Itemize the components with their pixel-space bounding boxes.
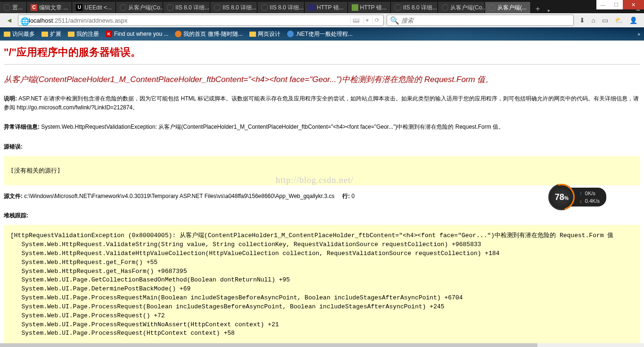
exception-label: 异常详细信息:	[4, 124, 41, 130]
tab-label: 从客户端(Co...	[450, 4, 485, 12]
tab-label: 从客户端(...	[497, 4, 527, 12]
page-viewport[interactable]: "/"应用程序中的服务器错误。 从客户端(ContentPlaceHolder1…	[0, 41, 644, 343]
kaspersky-icon: K	[106, 31, 112, 37]
tab-http-err-2[interactable]: HTTP 错...	[348, 2, 391, 13]
upload-arrow-icon: ↑	[579, 190, 582, 196]
back-button[interactable]: ◄	[4, 15, 15, 26]
scrollbar-thumb[interactable]	[0, 343, 537, 347]
bookmark-bar: 访问最多 扩展 我的注册 KFind out where you ... 我的首…	[0, 27, 644, 41]
weather-icon[interactable]: ⛅	[615, 17, 623, 24]
tab-list-dropdown[interactable]: ▾	[545, 8, 553, 13]
exception-row: 异常详细信息: System.Web.HttpRequestValidation…	[4, 123, 640, 132]
bookmark-webdesign[interactable]: 网页设计	[249, 30, 281, 38]
folder-icon	[41, 32, 48, 37]
search-input[interactable]	[401, 17, 570, 24]
exception-text: System.Web.HttpRequestValidationExceptio…	[41, 124, 504, 130]
speed-panel: ↑0K/s ↓0.4K/s	[570, 188, 606, 207]
source-file-label: 源文件:	[4, 193, 24, 199]
tab-ueedit[interactable]: UUEEdit <...	[72, 2, 116, 13]
tab-edit-article[interactable]: C编辑文章 ...	[27, 2, 72, 13]
globe-icon	[287, 31, 294, 37]
tab-settings[interactable]: 置...	[0, 2, 27, 13]
tab-label: HTTP 错...	[360, 4, 387, 12]
download-arrow-icon: ↓	[579, 198, 582, 204]
tab-label: IIS 8.0 详细...	[223, 4, 256, 12]
tab-label: 从客户端(Co...	[128, 4, 163, 12]
download-icon[interactable]: ⬇	[579, 17, 585, 24]
weibo-icon	[175, 31, 182, 37]
tab-label: IIS 8.0 详细...	[403, 4, 437, 12]
maximize-button[interactable]: ☐	[610, 0, 623, 9]
window-controls: — ☐ ✕	[596, 0, 644, 9]
tab-label: 置...	[12, 4, 23, 12]
tab-label: UEEdit <...	[84, 4, 112, 11]
upload-speed: 0K/s	[585, 190, 595, 196]
bookmark-weibo[interactable]: 我的首页 微博-随时随...	[175, 30, 242, 38]
line-label: 行:	[342, 193, 351, 199]
error-page: "/"应用程序中的服务器错误。 从客户端(ContentPlaceHolder1…	[0, 41, 644, 343]
bookmark-panel-icon[interactable]: ▭	[602, 17, 608, 24]
minimize-button[interactable]: —	[596, 0, 610, 9]
description-text: ASP.NET 在请求中检测到包含潜在危险的数据，因为它可能包括 HTML 标记…	[4, 95, 639, 111]
toolbar-icons: ⬇ ⌂ ▭ ⛅ 👤	[577, 17, 640, 24]
folder-icon	[4, 32, 10, 37]
close-button[interactable]: ✕	[623, 0, 644, 9]
source-file-text: c:\Windows\Microsoft.NET\Framework\v4.0.…	[24, 193, 334, 199]
bookmark-overflow-button[interactable]: »	[637, 32, 640, 37]
tab-bar: 置... C编辑文章 ... UUEEdit <... 从客户端(Co... I…	[0, 0, 644, 13]
line-text: 0	[351, 193, 355, 199]
stack-trace-label-row: 堆栈跟踪:	[4, 211, 640, 220]
reload-icon[interactable]: ⟳	[372, 17, 381, 24]
tab-iis-3[interactable]: IIS 8.0 详细...	[257, 2, 305, 13]
source-file-row: 源文件: c:\Windows\Microsoft.NET\Framework\…	[4, 192, 640, 201]
source-error-label: 源错误:	[4, 143, 23, 150]
tab-label: 编辑文章 ...	[39, 4, 68, 12]
error-title: "/"应用程序中的服务器错误。	[4, 45, 640, 59]
bookmark-dotnet[interactable]: .NET使用一般处理程...	[287, 30, 353, 38]
description-row: 说明: ASP.NET 在请求中检测到包含潜在危险的数据，因为它可能包括 HTM…	[4, 94, 640, 112]
tab-iis-1[interactable]: IIS 8.0 详细...	[163, 2, 210, 13]
search-icon: 🔍	[390, 16, 399, 25]
horizontal-scrollbar[interactable]	[0, 343, 644, 347]
description-label: 说明:	[4, 95, 18, 102]
tab-iis-4[interactable]: IIS 8.0 详细...	[391, 2, 438, 13]
url-text: localhost:2511/admin/addnews.aspx	[29, 17, 348, 24]
new-tab-button[interactable]: +	[531, 5, 545, 13]
bookmark-my-register[interactable]: 我的注册	[68, 30, 99, 38]
folder-icon	[68, 32, 74, 37]
stack-trace-box: [HttpRequestValidationException (0x80004…	[4, 225, 640, 343]
address-bar-row: ◄ 🌐 localhost:2511/admin/addnews.aspx 📖 …	[0, 13, 644, 27]
bookmark-find-out[interactable]: KFind out where you ...	[106, 31, 168, 37]
url-input[interactable]: 🌐 localhost:2511/admin/addnews.aspx 📖 ▾ …	[18, 15, 384, 26]
stack-trace-label: 堆栈跟踪:	[4, 212, 28, 219]
folder-icon	[249, 32, 256, 37]
tab-http-err-1[interactable]: HTTP 错...	[305, 2, 347, 13]
bookmark-extensions[interactable]: 扩展	[41, 30, 61, 38]
source-error-label-row: 源错误:	[4, 142, 640, 151]
bookmark-most-visited[interactable]: 访问最多	[4, 30, 35, 38]
profile-icon[interactable]: 👤	[629, 17, 637, 24]
tab-label: IIS 8.0 详细...	[175, 4, 209, 12]
tab-label: IIS 8.0 详细...	[270, 4, 304, 12]
tab-client-active[interactable]: 从客户端(...	[485, 2, 531, 13]
source-error-box: [没有相关的源行]	[4, 156, 640, 185]
reader-mode-icon[interactable]: 📖	[350, 17, 362, 24]
download-speed: 0.4K/s	[585, 198, 600, 204]
network-speed-widget[interactable]: 78% ↑0K/s ↓0.4K/s	[548, 184, 606, 210]
tab-client-2[interactable]: 从客户端(Co...	[438, 2, 485, 13]
speed-gauge: 78%	[548, 184, 575, 210]
site-identity-icon[interactable]: 🌐	[20, 17, 27, 24]
error-subtitle: 从客户端(ContentPlaceHolder1_M_ContentPlaceH…	[4, 74, 640, 85]
tab-client-1[interactable]: 从客户端(Co...	[116, 2, 163, 13]
divider	[4, 64, 640, 65]
search-box[interactable]: 🔍	[387, 15, 574, 26]
tab-iis-2[interactable]: IIS 8.0 详细...	[210, 2, 257, 13]
home-icon[interactable]: ⌂	[592, 17, 595, 24]
tab-label: HTTP 错...	[317, 4, 343, 12]
url-dropdown-icon[interactable]: ▾	[363, 17, 371, 24]
